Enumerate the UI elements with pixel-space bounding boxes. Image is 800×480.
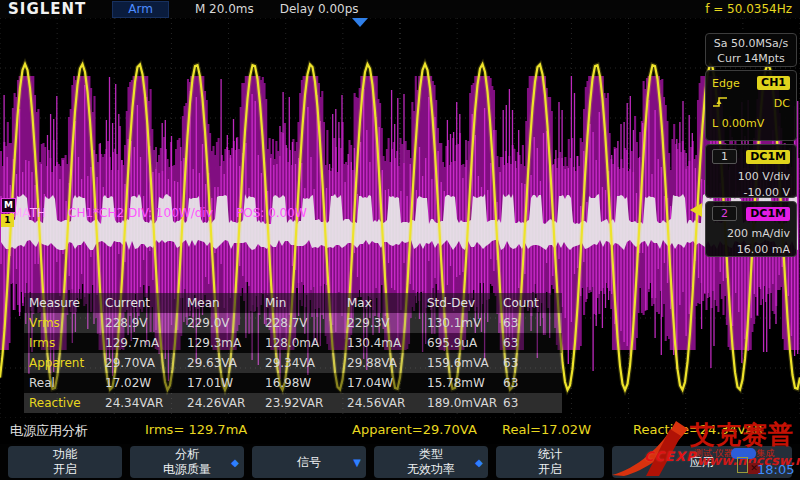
measure-value: 130.4mA <box>347 333 427 353</box>
ch2-coupling-badge[interactable]: DC1M <box>746 207 790 221</box>
measure-value: 63 <box>503 373 545 393</box>
menu-button-3[interactable]: 信号▼ <box>252 446 366 478</box>
status-real: Real=17.02W <box>502 422 591 437</box>
menu-button-label: 信号 <box>297 455 321 470</box>
table-header-cell: Current <box>105 293 187 313</box>
math-scale-readout: DIV: 100W/div <box>128 206 213 220</box>
ch1-offset-readout: -10.00 V <box>712 185 790 201</box>
measure-value: 228.9V <box>105 313 187 333</box>
measure-value: 24.34VAR <box>105 393 187 413</box>
measurement-table: MeasureCurrentMeanMinMaxStd-DevCountVrms… <box>24 293 562 413</box>
select-diamond-icon: ◆ <box>231 455 239 470</box>
measure-value: 129.3mA <box>187 333 265 353</box>
acquisition-status-badge[interactable]: Arm <box>112 1 169 18</box>
trigger-level-marker[interactable] <box>690 203 702 217</box>
measure-value: 128.0mA <box>265 333 347 353</box>
ch2-offset-readout: 16.00 mA <box>712 242 790 258</box>
trigger-info-box[interactable]: Edge CH1 DC L 0.00mV <box>705 70 797 141</box>
measure-value: 63 <box>503 393 545 413</box>
measure-value: 17.02W <box>105 373 187 393</box>
top-bar: SIGLENT Arm M 20.0ms Delay 0.00ps f = 50… <box>0 0 800 18</box>
menu-button-label: 功能 <box>53 447 77 462</box>
trigger-position-marker[interactable] <box>352 18 368 27</box>
trigger-source-badge[interactable]: CH1 <box>757 76 790 90</box>
measure-value: 23.92VAR <box>265 393 347 413</box>
ch1-position-marker[interactable]: 1 <box>1 214 14 227</box>
menu-button-value: 无效功率 <box>407 462 455 477</box>
status-irms: Irms= 129.7mA <box>145 422 247 437</box>
stamp-icon <box>737 457 748 473</box>
measure-label: Real <box>29 373 105 393</box>
channel2-info-box[interactable]: 2 DC1M 200 mA/div 16.00 mA <box>705 201 797 257</box>
ch1-coupling-badge[interactable]: DC1M <box>746 150 790 164</box>
table-row: Apparent29.70VA29.63VA29.34VA29.88VA159.… <box>24 353 562 373</box>
measure-value: 229.3V <box>347 313 427 333</box>
rising-edge-icon <box>712 95 728 112</box>
status-apparent: Apparent=29.70VA <box>352 422 477 437</box>
measure-value: 228.7V <box>265 313 347 333</box>
table-header-row: MeasureCurrentMeanMinMaxStd-DevCount <box>24 293 562 313</box>
ch2-scale-readout: 200 mA/div <box>712 226 790 242</box>
measure-value: 24.56VAR <box>347 393 427 413</box>
measure-value: 29.34VA <box>265 353 347 373</box>
table-header-cell: Mean <box>187 293 265 313</box>
measure-value: 17.01W <box>187 373 265 393</box>
table-header-cell: Min <box>265 293 347 313</box>
measure-value: 16.98W <box>265 373 347 393</box>
measure-value: 63 <box>503 333 545 353</box>
menu-button-4[interactable]: 类型无效功率◆ <box>374 446 488 478</box>
frequency-counter: f = 50.0354Hz <box>705 2 792 16</box>
ch1-scale-readout: 100 V/div <box>712 169 790 185</box>
menu-button-label: 统计 <box>538 447 562 462</box>
measure-value: 15.78mW <box>427 373 503 393</box>
channel1-info-box[interactable]: 1 DC1M 100 V/div -10.00 V <box>705 144 797 198</box>
delay-readout[interactable]: Delay 0.00ps <box>280 2 359 16</box>
measure-value: 63 <box>503 313 545 333</box>
memory-depth: Curr 14Mpts <box>706 51 796 66</box>
math-position-marker[interactable]: M <box>1 198 16 213</box>
measure-value: 24.26VAR <box>187 393 265 413</box>
menu-button-label: 分析 <box>175 447 199 462</box>
ccexp-logo-icon <box>606 417 702 479</box>
ch2-number[interactable]: 2 <box>712 206 737 221</box>
timebase-readout[interactable]: M 20.0ms <box>195 2 254 16</box>
measure-label: Apparent <box>29 353 105 373</box>
measure-value: 695.9uA <box>427 333 503 353</box>
ch1-number[interactable]: 1 <box>712 149 737 164</box>
measure-label: Vrms <box>29 313 105 333</box>
menu-button-value: 开启 <box>53 462 77 477</box>
measure-value: 229.0V <box>187 313 265 333</box>
table-row: Real17.02W17.01W16.98W17.04W15.78mW63 <box>24 373 562 393</box>
power-analysis-title: 电源应用分析 <box>10 422 88 440</box>
acquisition-info-box: Sa 50.0MSa/s Curr 14Mpts <box>705 33 797 67</box>
trigger-type: Edge <box>712 77 740 90</box>
table-row: Irms129.7mA129.3mA128.0mA130.4mA695.9uA6… <box>24 333 562 353</box>
trigger-coupling: DC <box>774 97 790 110</box>
menu-button-1[interactable]: 功能开启 <box>8 446 122 478</box>
select-diamond-icon: ◆ <box>475 455 483 470</box>
watermark-brand: CCEXP <box>644 449 697 464</box>
measure-value: 29.70VA <box>105 353 187 373</box>
measure-value: 17.04W <box>347 373 427 393</box>
math-expression: CH1*CH2 <box>68 206 124 220</box>
menu-button-5[interactable]: 统计开启 <box>496 446 604 478</box>
menu-button-label: 类型 <box>419 447 443 462</box>
sample-rate: Sa 50.0MSa/s <box>706 36 796 51</box>
menu-button-2[interactable]: 分析电源质量◆ <box>130 446 244 478</box>
siglent-logo: SIGLENT <box>8 0 86 18</box>
oscilloscope-screen: SIGLENT Arm M 20.0ms Delay 0.00ps f = 50… <box>0 0 800 480</box>
measure-value: 159.6mVA <box>427 353 503 373</box>
table-header-cell: Count <box>503 293 545 313</box>
trigger-level-readout: L 0.00mV <box>712 117 790 130</box>
math-position-readout: POS: 0.00W <box>236 206 307 220</box>
table-row: Vrms228.9V229.0V228.7V229.3V130.1mV63 <box>24 313 562 333</box>
measure-value: 29.88VA <box>347 353 427 373</box>
measure-label: Reactive <box>29 393 105 413</box>
table-row: Reactive24.34VAR24.26VAR23.92VAR24.56VAR… <box>24 393 562 413</box>
measure-value: 189.0mVAR <box>427 393 503 413</box>
measure-value: 63 <box>503 353 545 373</box>
measure-value: 129.7mA <box>105 333 187 353</box>
table-header-cell: Max <box>347 293 427 313</box>
measure-value: 29.63VA <box>187 353 265 373</box>
table-header-cell: Measure <box>29 293 105 313</box>
